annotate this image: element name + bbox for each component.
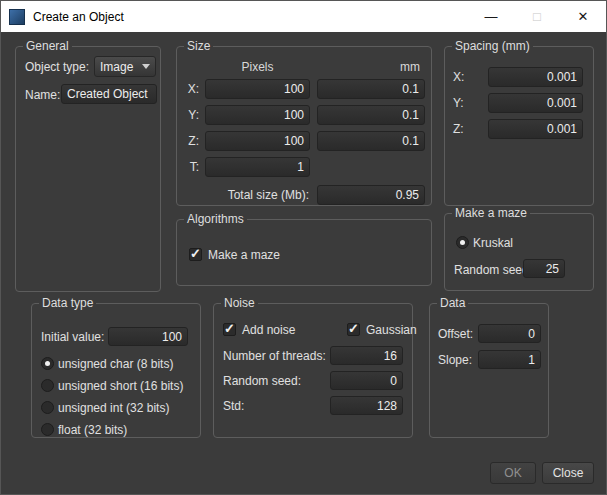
unsigned-int-radio-label[interactable]: unsigned int (32 bits) — [58, 400, 169, 416]
spacing-x-input[interactable]: 0.001 — [488, 67, 583, 87]
object-type-value: Image — [100, 60, 137, 74]
maze-random-seed-input[interactable]: 25 — [523, 259, 565, 278]
create-object-dialog: Create an Object — □ ✕ General Object ty… — [0, 0, 607, 495]
minimize-icon: — — [485, 9, 498, 24]
spacing-z-input[interactable]: 0.001 — [488, 119, 583, 139]
spacing-group-title: Spacing (mm) — [452, 39, 533, 54]
make-maze-checkbox-label[interactable]: Make a maze — [208, 247, 280, 263]
offset-label: Offset: — [438, 326, 473, 342]
chevron-down-icon — [142, 64, 150, 69]
size-z-label: Z: — [181, 133, 199, 149]
size-x-mm-input[interactable]: 0.1 — [317, 79, 425, 99]
title-bar: Create an Object — □ ✕ — [1, 1, 606, 32]
size-y-mm-input[interactable]: 0.1 — [317, 105, 425, 125]
window-controls: — □ ✕ — [468, 1, 606, 32]
kruskal-radio[interactable] — [456, 236, 469, 249]
app-icon — [9, 9, 25, 25]
algorithms-group-title: Algorithms — [184, 212, 247, 227]
initial-value-label: Initial value: — [41, 329, 104, 345]
size-z-mm-input[interactable]: 0.1 — [317, 131, 425, 151]
add-noise-checkbox[interactable] — [223, 323, 236, 336]
number-of-threads-label: Number of threads: — [223, 348, 326, 364]
size-x-pixels-input[interactable]: 100 — [205, 79, 310, 99]
pixels-column-header: Pixels — [205, 59, 310, 75]
unsigned-char-radio-label[interactable]: unsigned char (8 bits) — [58, 356, 173, 372]
noise-random-seed-input[interactable]: 0 — [330, 371, 403, 390]
general-group: General — [15, 46, 161, 292]
total-size-label: Total size (Mb): — [181, 187, 309, 203]
kruskal-radio-label[interactable]: Kruskal — [473, 235, 513, 251]
general-group-title: General — [23, 39, 72, 54]
object-type-label: Object type: — [25, 59, 89, 75]
ok-button[interactable]: OK — [490, 462, 536, 484]
spacing-x-label: X: — [453, 69, 464, 85]
size-t-pixels-input[interactable]: 1 — [205, 157, 310, 177]
make-a-maze-group: Make a maze — [444, 213, 594, 291]
name-label: Name: — [25, 87, 60, 103]
noise-random-seed-label: Random seed: — [223, 373, 301, 389]
unsigned-short-radio[interactable] — [41, 379, 54, 392]
size-x-label: X: — [181, 81, 199, 97]
unsigned-char-radio[interactable] — [41, 357, 54, 370]
initial-value-input[interactable]: 100 — [108, 327, 188, 346]
mm-column-header: mm — [317, 59, 420, 75]
float-radio-label[interactable]: float (32 bits) — [58, 422, 127, 438]
maximize-icon: □ — [533, 9, 541, 24]
std-input[interactable]: 128 — [330, 396, 403, 415]
number-of-threads-input[interactable]: 16 — [330, 346, 403, 365]
add-noise-checkbox-label[interactable]: Add noise — [242, 322, 295, 338]
unsigned-int-radio[interactable] — [41, 401, 54, 414]
maximize-button[interactable]: □ — [514, 1, 560, 32]
float-radio[interactable] — [41, 423, 54, 436]
slope-input[interactable]: 1 — [478, 350, 541, 369]
offset-input[interactable]: 0 — [478, 324, 541, 343]
size-y-label: Y: — [181, 107, 199, 123]
make-a-maze-group-title: Make a maze — [452, 206, 530, 221]
size-t-label: T: — [181, 159, 199, 175]
gaussian-checkbox[interactable] — [347, 323, 360, 336]
close-icon: ✕ — [578, 9, 589, 24]
make-maze-checkbox[interactable] — [189, 248, 202, 261]
name-input[interactable]: Created Object — [61, 84, 157, 104]
spacing-y-label: Y: — [453, 95, 464, 111]
size-group-title: Size — [184, 39, 213, 54]
dialog-close-button[interactable]: Close — [542, 462, 594, 484]
slope-label: Slope: — [438, 352, 472, 368]
spacing-z-label: Z: — [453, 121, 464, 137]
data-type-group-title: Data type — [39, 296, 96, 311]
total-size-value: 0.95 — [317, 185, 425, 205]
maze-random-seed-label: Random seed: — [454, 262, 532, 278]
noise-group-title: Noise — [221, 296, 258, 311]
data-group-title: Data — [437, 296, 468, 311]
object-type-select[interactable]: Image — [94, 56, 156, 77]
unsigned-short-radio-label[interactable]: unsigned short (16 bits) — [58, 378, 183, 394]
close-button[interactable]: ✕ — [560, 1, 606, 32]
size-y-pixels-input[interactable]: 100 — [205, 105, 310, 125]
spacing-y-input[interactable]: 0.001 — [488, 93, 583, 113]
gaussian-checkbox-label[interactable]: Gaussian — [366, 322, 417, 338]
size-z-pixels-input[interactable]: 100 — [205, 131, 310, 151]
window-title: Create an Object — [33, 10, 124, 24]
minimize-button[interactable]: — — [468, 1, 514, 32]
std-label: Std: — [223, 398, 244, 414]
